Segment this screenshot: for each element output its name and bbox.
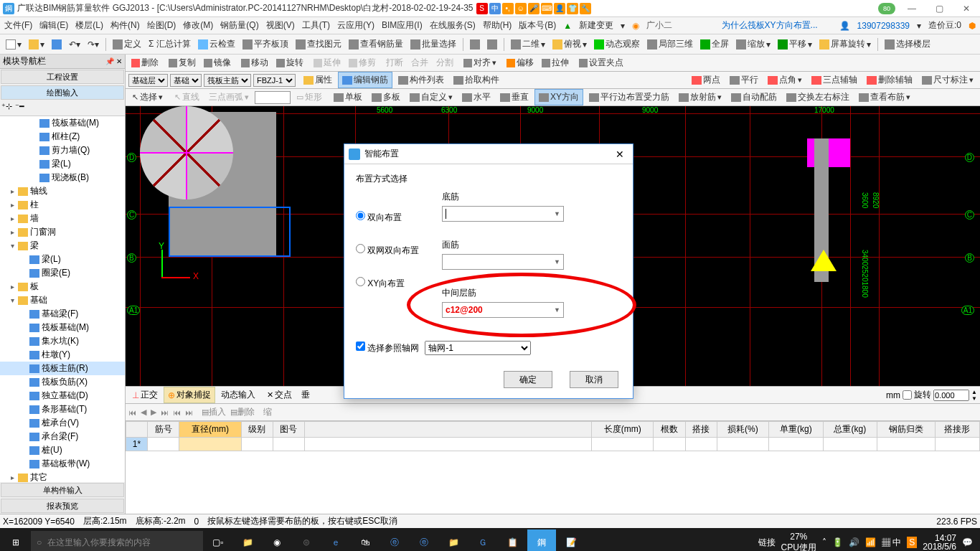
menu-file[interactable]: 文件(F) xyxy=(3,19,34,32)
minimize-button[interactable]: — xyxy=(901,4,923,14)
line-button[interactable]: ↖ 直线 xyxy=(171,90,203,105)
tree-item[interactable]: 条形基础(T) xyxy=(0,402,125,416)
dimension-button[interactable]: 尺寸标注▾ xyxy=(918,72,977,88)
menu-online[interactable]: 在线服务(S) xyxy=(428,19,477,32)
orbit-button[interactable]: 动态观察 xyxy=(591,37,643,52)
align-top-button[interactable]: 平齐板顶 xyxy=(240,37,291,52)
close-button[interactable]: ✕ xyxy=(956,4,977,14)
tree-item[interactable]: 筏板基础(M) xyxy=(0,321,125,334)
align-button[interactable]: 对齐▾ xyxy=(461,55,499,70)
xy-direction-button[interactable]: XY方向 xyxy=(534,89,583,105)
perpendicular-button[interactable]: 垂 xyxy=(298,387,314,402)
three-point-aux-button[interactable]: 三点辅轴 xyxy=(808,72,861,88)
select-floor-button[interactable]: 选择楼层 xyxy=(882,37,933,52)
define-button[interactable]: 定义 xyxy=(110,37,144,52)
menu-version[interactable]: 版本号(B) xyxy=(517,19,557,32)
menu-draw[interactable]: 绘图(D) xyxy=(146,19,178,32)
2d-button[interactable]: 二维▾ xyxy=(508,37,548,52)
horizontal-button[interactable]: 水平 xyxy=(458,90,494,105)
bottom-rebar-input[interactable]: ▼ xyxy=(442,206,564,222)
menu-tool[interactable]: 工具(T) xyxy=(301,19,331,32)
batch-select-button[interactable]: 批量选择 xyxy=(407,37,459,52)
tray-notification-icon[interactable]: 💬 xyxy=(962,537,973,547)
search-box[interactable]: ○在这里输入你要搜索的内容 xyxy=(31,531,203,551)
type-select[interactable]: 基础 xyxy=(170,74,202,87)
menu-bim[interactable]: BIM应用(I) xyxy=(380,19,424,32)
zoom-button[interactable]: 缩放▾ xyxy=(733,37,773,52)
rect-button[interactable]: ▭ 矩形 xyxy=(293,90,326,105)
tree-item[interactable]: 梁(L) xyxy=(0,157,125,171)
tree-item[interactable]: ▸墙 xyxy=(0,212,125,225)
rotate-button[interactable]: 旋转 xyxy=(273,55,306,70)
custom-button[interactable]: 自定义▾ xyxy=(406,90,456,105)
menu-component[interactable]: 构件(N) xyxy=(109,19,141,32)
prev-icon[interactable]: ◀ xyxy=(141,408,146,417)
folder-icon[interactable]: 📁 xyxy=(439,529,468,551)
level-select[interactable]: 基础层 xyxy=(128,74,168,87)
pick-button[interactable]: 拾取构件 xyxy=(450,72,503,88)
vertical-button[interactable]: 垂直 xyxy=(496,90,532,105)
nav-section-project[interactable]: 工程设置 xyxy=(1,70,124,84)
app-icon-1[interactable]: ◉ xyxy=(263,529,291,551)
app-icon-4[interactable]: 📋 xyxy=(498,529,527,551)
menu-floor[interactable]: 楼层(L) xyxy=(74,19,105,32)
pin-icon[interactable]: 📌 ✕ xyxy=(105,57,122,65)
move-button[interactable]: 移动 xyxy=(238,55,271,70)
local-3d-button[interactable]: 局部三维 xyxy=(644,37,696,52)
tree-item[interactable]: 梁(L) xyxy=(0,253,125,266)
tree-item[interactable]: ▸门窗洞 xyxy=(0,225,125,239)
point-angle-button[interactable]: 点角▾ xyxy=(764,72,806,88)
radio-bidirectional[interactable]: 双向布置 xyxy=(356,211,435,224)
edge-icon[interactable]: ｅ xyxy=(321,529,350,551)
tray-network-icon[interactable]: 📶 xyxy=(865,537,876,547)
tree-item[interactable]: 基础梁(F) xyxy=(0,307,125,321)
tree-item[interactable]: 现浇板(B) xyxy=(0,171,125,184)
delete-aux-button[interactable]: 删除辅轴 xyxy=(863,72,916,88)
radial-button[interactable]: 放射筋▾ xyxy=(675,90,725,105)
split-button[interactable]: 分割 xyxy=(433,55,456,70)
code-select[interactable]: FBZJ-1 xyxy=(253,74,296,87)
new-icon[interactable]: ▾ xyxy=(3,38,24,51)
screen-rotate-button[interactable]: 屏幕旋转▾ xyxy=(816,37,874,52)
tree-item[interactable]: 筏板主筋(R) xyxy=(0,362,125,375)
width-input[interactable] xyxy=(255,91,291,104)
cloud-check-button[interactable]: 云检查 xyxy=(195,37,238,52)
multi-plate-button[interactable]: 多板 xyxy=(368,90,404,105)
app-icon-5[interactable]: 📝 xyxy=(557,529,585,551)
tree-view[interactable]: 筏板基础(M)框柱(Z)剪力墙(Q)梁(L)现浇板(B)▸轴线▸柱▸墙▸门窗洞▾… xyxy=(0,116,125,482)
fullscreen-button[interactable]: 全屏 xyxy=(697,37,732,52)
tree-item[interactable]: 筏板基础(M) xyxy=(0,116,125,130)
first-icon[interactable]: ⏮ xyxy=(128,408,136,417)
radio-xy[interactable]: XY向布置 xyxy=(356,277,435,290)
rotate-input[interactable] xyxy=(933,390,969,401)
delete-button[interactable]: 删除 xyxy=(128,55,161,70)
middle-rebar-input[interactable]: c12@200▼ xyxy=(442,302,564,318)
nav-bottom-report[interactable]: 报表预览 xyxy=(1,499,124,513)
open-icon[interactable]: ▾ xyxy=(26,38,47,51)
parallel-button[interactable]: 平行 xyxy=(726,72,762,88)
offset-button[interactable]: 偏移 xyxy=(504,55,537,70)
ime-bar[interactable]: S中•,☺🎤⌨👤👕🔧 xyxy=(476,3,591,14)
rebar-table[interactable]: 筋号 直径(mm) 级别 图号 长度(mm) 根数 搭接 损耗(%) 单重(kg… xyxy=(126,420,980,514)
stretch-button[interactable]: 拉伸 xyxy=(539,55,572,70)
tree-item[interactable]: 框柱(Z) xyxy=(0,130,125,143)
auto-rebar-button[interactable]: 自动配筋 xyxy=(727,90,781,105)
maximize-button[interactable]: ▢ xyxy=(928,4,950,14)
ortho-button[interactable]: ⊥正交 xyxy=(128,387,161,402)
menu-help[interactable]: 帮助(H) xyxy=(481,19,514,32)
shrink-button[interactable]: 缩 xyxy=(263,406,272,418)
props-button[interactable]: 属性 xyxy=(300,72,336,88)
tray-clock[interactable]: 14:072018/5/6 xyxy=(923,534,956,551)
top-rebar-input[interactable]: ▼ xyxy=(442,254,564,270)
view-rebar-button[interactable]: 查看钢筋量 xyxy=(346,37,406,52)
undo-icon[interactable]: ↶▾ xyxy=(66,38,83,51)
tree-item[interactable]: 筏板负筋(X) xyxy=(0,375,125,389)
two-point-button[interactable]: 两点 xyxy=(688,72,724,88)
tree-item[interactable]: 独立基础(D) xyxy=(0,389,125,402)
pan-button[interactable]: 平移▾ xyxy=(775,37,815,52)
top-view-button[interactable]: 俯视▾ xyxy=(550,37,590,52)
tree-item[interactable]: 承台梁(F) xyxy=(0,430,125,443)
menu-cloud[interactable]: 云应用(Y) xyxy=(336,19,376,32)
tree-item[interactable]: 集水坑(K) xyxy=(0,334,125,348)
trim-button[interactable]: 修剪 xyxy=(346,55,379,70)
